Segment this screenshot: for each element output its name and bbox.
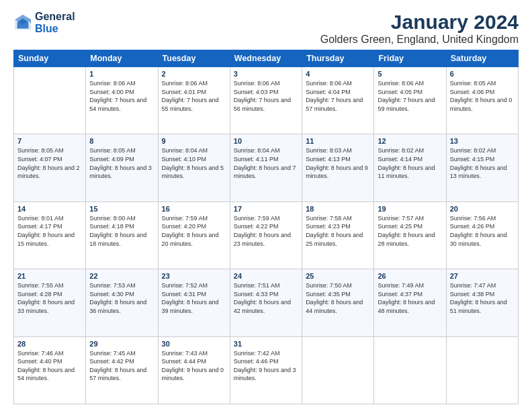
day-info: Sunrise: 7:59 AMSunset: 4:22 PMDaylight:… — [234, 215, 291, 247]
day-info: Sunrise: 7:50 AMSunset: 4:35 PMDaylight:… — [306, 282, 363, 314]
day-info: Sunrise: 7:49 AMSunset: 4:37 PMDaylight:… — [378, 282, 435, 314]
day-info: Sunrise: 7:56 AMSunset: 4:26 PMDaylight:… — [450, 215, 507, 247]
calendar-header-monday: Monday — [86, 50, 158, 67]
day-info: Sunrise: 7:51 AMSunset: 4:33 PMDaylight:… — [234, 282, 291, 314]
day-number: 23 — [162, 272, 226, 280]
day-info: Sunrise: 7:47 AMSunset: 4:38 PMDaylight:… — [450, 282, 507, 314]
day-number: 3 — [234, 70, 298, 78]
calendar-cell: 21Sunrise: 7:55 AMSunset: 4:28 PMDayligh… — [14, 269, 86, 336]
day-number: 8 — [89, 137, 154, 145]
calendar-cell: 3Sunrise: 8:06 AMSunset: 4:03 PMDaylight… — [230, 67, 302, 134]
logo-blue: Blue — [35, 23, 75, 35]
calendar-cell: 17Sunrise: 7:59 AMSunset: 4:22 PMDayligh… — [230, 201, 302, 269]
calendar-header-row: SundayMondayTuesdayWednesdayThursdayFrid… — [14, 50, 519, 67]
logo: General Blue — [13, 11, 75, 35]
calendar-week-4: 21Sunrise: 7:55 AMSunset: 4:28 PMDayligh… — [14, 269, 519, 336]
calendar-week-3: 14Sunrise: 8:01 AMSunset: 4:17 PMDayligh… — [14, 201, 519, 269]
calendar-cell: 19Sunrise: 7:57 AMSunset: 4:25 PMDayligh… — [374, 201, 446, 269]
day-info: Sunrise: 7:45 AMSunset: 4:42 PMDaylight:… — [89, 350, 146, 382]
day-info: Sunrise: 7:58 AMSunset: 4:23 PMDaylight:… — [306, 215, 363, 247]
day-info: Sunrise: 8:06 AMSunset: 4:03 PMDaylight:… — [234, 80, 291, 112]
day-info: Sunrise: 8:04 AMSunset: 4:11 PMDaylight:… — [234, 147, 296, 179]
calendar-cell: 14Sunrise: 8:01 AMSunset: 4:17 PMDayligh… — [14, 201, 86, 269]
calendar-cell — [374, 336, 446, 404]
calendar-cell: 12Sunrise: 8:02 AMSunset: 4:14 PMDayligh… — [374, 134, 446, 201]
calendar-header-tuesday: Tuesday — [158, 50, 230, 67]
calendar-cell: 10Sunrise: 8:04 AMSunset: 4:11 PMDayligh… — [230, 134, 302, 201]
calendar-cell: 13Sunrise: 8:02 AMSunset: 4:15 PMDayligh… — [446, 134, 518, 201]
calendar-week-1: 1Sunrise: 8:06 AMSunset: 4:00 PMDaylight… — [14, 67, 519, 134]
page: General Blue January 2024 Golders Green,… — [0, 0, 532, 411]
day-info: Sunrise: 8:00 AMSunset: 4:18 PMDaylight:… — [89, 215, 146, 247]
day-number: 1 — [89, 70, 154, 78]
calendar-cell: 25Sunrise: 7:50 AMSunset: 4:35 PMDayligh… — [302, 269, 374, 336]
calendar-cell: 26Sunrise: 7:49 AMSunset: 4:37 PMDayligh… — [374, 269, 446, 336]
title-block: January 2024 Golders Green, England, Uni… — [320, 11, 519, 46]
calendar-cell: 24Sunrise: 7:51 AMSunset: 4:33 PMDayligh… — [230, 269, 302, 336]
day-info: Sunrise: 8:03 AMSunset: 4:13 PMDaylight:… — [306, 147, 368, 179]
day-number: 12 — [378, 137, 442, 145]
day-info: Sunrise: 7:52 AMSunset: 4:31 PMDaylight:… — [162, 282, 219, 314]
day-number: 4 — [306, 70, 370, 78]
day-number: 18 — [306, 205, 370, 213]
day-number: 16 — [162, 205, 226, 213]
calendar-header-wednesday: Wednesday — [230, 50, 302, 67]
day-number: 30 — [162, 340, 226, 348]
day-info: Sunrise: 8:06 AMSunset: 4:01 PMDaylight:… — [162, 80, 219, 112]
day-number: 28 — [17, 340, 82, 348]
day-number: 7 — [17, 137, 82, 145]
day-number: 22 — [89, 272, 154, 280]
calendar-cell: 5Sunrise: 8:06 AMSunset: 4:05 PMDaylight… — [374, 67, 446, 134]
logo-icon — [13, 13, 32, 32]
day-number: 25 — [306, 272, 370, 280]
day-info: Sunrise: 8:04 AMSunset: 4:10 PMDaylight:… — [162, 147, 224, 179]
calendar-header-saturday: Saturday — [446, 50, 518, 67]
calendar-cell: 9Sunrise: 8:04 AMSunset: 4:10 PMDaylight… — [158, 134, 230, 201]
day-info: Sunrise: 8:02 AMSunset: 4:14 PMDaylight:… — [378, 147, 435, 179]
day-number: 31 — [234, 340, 298, 348]
day-number: 17 — [234, 205, 298, 213]
day-info: Sunrise: 7:43 AMSunset: 4:44 PMDaylight:… — [162, 350, 224, 382]
day-info: Sunrise: 7:42 AMSunset: 4:46 PMDaylight:… — [234, 350, 296, 382]
day-info: Sunrise: 8:05 AMSunset: 4:09 PMDaylight:… — [89, 147, 152, 179]
calendar-cell: 22Sunrise: 7:53 AMSunset: 4:30 PMDayligh… — [86, 269, 158, 336]
day-number: 26 — [378, 272, 442, 280]
calendar-cell: 15Sunrise: 8:00 AMSunset: 4:18 PMDayligh… — [86, 201, 158, 269]
day-number: 19 — [378, 205, 442, 213]
day-info: Sunrise: 7:57 AMSunset: 4:25 PMDaylight:… — [378, 215, 435, 247]
day-info: Sunrise: 8:06 AMSunset: 4:04 PMDaylight:… — [306, 80, 363, 112]
day-info: Sunrise: 8:01 AMSunset: 4:17 PMDaylight:… — [17, 215, 75, 247]
calendar-cell: 30Sunrise: 7:43 AMSunset: 4:44 PMDayligh… — [158, 336, 230, 404]
calendar-cell: 16Sunrise: 7:59 AMSunset: 4:20 PMDayligh… — [158, 201, 230, 269]
day-number: 15 — [89, 205, 154, 213]
day-number: 27 — [450, 272, 515, 280]
calendar-header-thursday: Thursday — [302, 50, 374, 67]
header: General Blue January 2024 Golders Green,… — [13, 11, 519, 46]
day-number: 2 — [162, 70, 226, 78]
calendar-cell: 2Sunrise: 8:06 AMSunset: 4:01 PMDaylight… — [158, 67, 230, 134]
day-info: Sunrise: 7:59 AMSunset: 4:20 PMDaylight:… — [162, 215, 219, 247]
calendar-cell: 18Sunrise: 7:58 AMSunset: 4:23 PMDayligh… — [302, 201, 374, 269]
day-number: 10 — [234, 137, 298, 145]
subtitle: Golders Green, England, United Kingdom — [320, 34, 519, 46]
calendar-cell: 1Sunrise: 8:06 AMSunset: 4:00 PMDaylight… — [86, 67, 158, 134]
calendar-cell: 4Sunrise: 8:06 AMSunset: 4:04 PMDaylight… — [302, 67, 374, 134]
calendar-cell: 28Sunrise: 7:46 AMSunset: 4:40 PMDayligh… — [14, 336, 86, 404]
day-number: 6 — [450, 70, 515, 78]
day-info: Sunrise: 7:55 AMSunset: 4:28 PMDaylight:… — [17, 282, 75, 314]
logo-text: General Blue — [35, 11, 75, 35]
day-number: 21 — [17, 272, 82, 280]
day-number: 13 — [450, 137, 515, 145]
calendar-week-5: 28Sunrise: 7:46 AMSunset: 4:40 PMDayligh… — [14, 336, 519, 404]
calendar-cell: 23Sunrise: 7:52 AMSunset: 4:31 PMDayligh… — [158, 269, 230, 336]
day-number: 9 — [162, 137, 226, 145]
calendar-week-2: 7Sunrise: 8:05 AMSunset: 4:07 PMDaylight… — [14, 134, 519, 201]
calendar-cell: 20Sunrise: 7:56 AMSunset: 4:26 PMDayligh… — [446, 201, 518, 269]
day-info: Sunrise: 8:02 AMSunset: 4:15 PMDaylight:… — [450, 147, 507, 179]
day-info: Sunrise: 8:05 AMSunset: 4:06 PMDaylight:… — [450, 80, 513, 112]
day-info: Sunrise: 7:53 AMSunset: 4:30 PMDaylight:… — [89, 282, 146, 314]
calendar-cell: 6Sunrise: 8:05 AMSunset: 4:06 PMDaylight… — [446, 67, 518, 134]
calendar-cell — [446, 336, 518, 404]
day-number: 24 — [234, 272, 298, 280]
calendar-cell: 11Sunrise: 8:03 AMSunset: 4:13 PMDayligh… — [302, 134, 374, 201]
